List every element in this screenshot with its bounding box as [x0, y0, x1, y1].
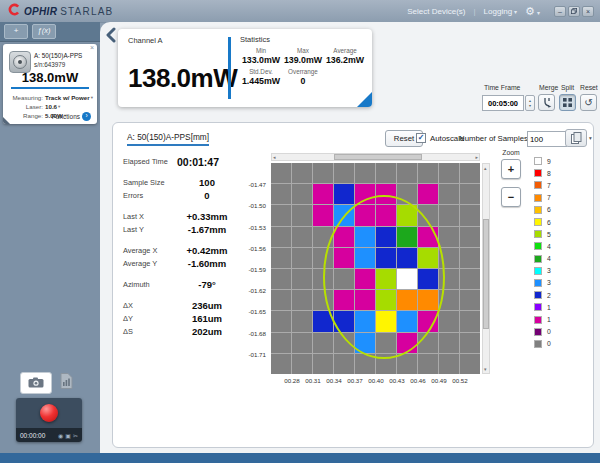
legend-label: 1: [547, 316, 551, 323]
record-scissors-icon[interactable]: ✂: [73, 432, 78, 439]
minimize-button[interactable]: –: [554, 6, 566, 17]
heatmap-cell: [334, 248, 354, 268]
legend-swatch: [534, 218, 542, 226]
stat-min: Min133.0mW: [240, 47, 282, 65]
timeframe-spinner[interactable]: ▴ ▾: [525, 95, 535, 111]
heatmap-cell: [397, 227, 417, 247]
heatmap-cell: [292, 205, 312, 225]
card-divider: [228, 37, 231, 99]
scroll-right-icon[interactable]: ▸: [475, 154, 478, 160]
record-button[interactable]: [40, 404, 58, 422]
report-icon[interactable]: [60, 373, 73, 393]
record-dot-icon[interactable]: ◉: [58, 432, 63, 439]
channel-title: Channel A: [128, 36, 163, 45]
math-function-button[interactable]: ƒ(x): [32, 24, 56, 39]
logging-menu[interactable]: Logging▾: [484, 7, 518, 16]
functions-button[interactable]: Functions ›: [52, 112, 91, 121]
heatmap-cell: [271, 333, 291, 353]
channel-summary-card: Channel A 138.0mW Statistics Min133.0mWM…: [118, 29, 372, 107]
expand-corner-handle[interactable]: [357, 92, 372, 107]
beam-stat-label: Last X: [123, 212, 175, 221]
y-tick-label: -01.47: [248, 181, 266, 188]
field-label: Laser:: [3, 103, 43, 110]
zoom-in-button[interactable]: +: [501, 159, 521, 179]
device-card: × A: 50(150)A-PPS s/n:643979 138.0mW Mea…: [3, 44, 97, 124]
ophir-logo: OPHIR STARLAB: [8, 2, 113, 20]
legend-swatch: [534, 340, 542, 348]
legend-swatch: [534, 206, 542, 214]
heatmap-cell: [355, 205, 375, 225]
chevron-down-icon[interactable]: ▾: [589, 135, 592, 141]
logging-label: Logging: [484, 7, 512, 16]
heatmap-cell: [376, 163, 396, 183]
heatmap-cell: [418, 333, 438, 353]
heatmap-cell: [313, 163, 333, 183]
vscroll-thumb[interactable]: [483, 219, 489, 329]
heatmap-cell: [355, 163, 375, 183]
select-devices-button[interactable]: Select Device(s): [407, 7, 465, 16]
field-value: Track w/ Power: [45, 94, 90, 101]
device-field-measuring[interactable]: Measuring:Track w/ Power▾: [3, 93, 97, 102]
y-tick-label: -01.56: [248, 244, 266, 251]
collapse-sidebar-button[interactable]: [105, 27, 117, 47]
heatmap-cell: [460, 311, 480, 331]
legend-row: 6: [534, 216, 551, 228]
beam-stat-value: 100: [175, 177, 239, 188]
device-field-laser[interactable]: Laser:10.6▾: [3, 102, 97, 111]
beam-stat-value: +0.33mm: [175, 211, 239, 222]
stat-overrange: Overrange0: [282, 68, 324, 86]
chart-tab[interactable]: A: 50(150)A-PPS[mm]: [127, 132, 209, 146]
heatmap-cell: [313, 269, 333, 289]
stat-label: Max: [282, 47, 324, 54]
heatmap-cell: [460, 205, 480, 225]
close-button[interactable]: ×: [582, 6, 594, 17]
record-statusbar: 00:00:00 ◉ ▣ ✂: [16, 428, 82, 442]
stat-value: 136.2mW: [324, 55, 366, 65]
merge-button[interactable]: [538, 94, 555, 111]
stat-value: 139.0mW: [282, 55, 324, 65]
x-tick-label: 00.34: [326, 377, 341, 384]
horizontal-scrollbar[interactable]: ◂ ▸: [271, 153, 480, 161]
chevron-down-icon: ▾: [58, 104, 60, 109]
heatmap-cell: [313, 290, 333, 310]
stat-max: Max139.0mW: [282, 47, 324, 65]
timeframe-input[interactable]: [482, 95, 524, 111]
legend-label: 6: [547, 219, 551, 226]
legend-swatch: [534, 230, 542, 238]
settings-menu[interactable]: ⚙▾: [525, 6, 540, 17]
samples-input[interactable]: [527, 131, 567, 147]
restore-button[interactable]: [568, 6, 580, 17]
zoom-out-button[interactable]: −: [501, 187, 521, 207]
legend-label: 4: [547, 255, 551, 262]
legend-row: 8: [534, 167, 551, 179]
heatmap-cell: [439, 227, 459, 247]
copy-icon: [571, 132, 582, 144]
hscroll-thumb[interactable]: [334, 154, 422, 160]
spinner-down-icon[interactable]: ▾: [529, 103, 531, 108]
heatmap-cell: [460, 290, 480, 310]
heatmap-cell: [418, 311, 438, 331]
screenshot-button[interactable]: [20, 372, 52, 394]
scroll-up-icon[interactable]: ▴: [484, 165, 487, 171]
resize-grip[interactable]: [3, 117, 10, 124]
record-window-icon[interactable]: ▣: [65, 432, 71, 439]
add-channel-button[interactable]: +: [4, 24, 28, 39]
heatmap-cell: [271, 290, 291, 310]
field-label: Measuring:: [3, 94, 43, 101]
y-tick-label: -01.62: [248, 287, 266, 294]
stat-label: Min: [240, 47, 282, 54]
copy-chart-button[interactable]: [565, 129, 587, 147]
scroll-left-icon[interactable]: ◂: [273, 154, 276, 160]
scroll-down-icon[interactable]: ▾: [484, 366, 487, 372]
heatmap-cell: [355, 311, 375, 331]
autoscale-checkbox[interactable]: ✓: [416, 133, 426, 143]
close-icon[interactable]: ×: [90, 44, 94, 51]
vertical-scrollbar[interactable]: ▴ ▾: [482, 163, 490, 374]
heatmap-cell: [439, 311, 459, 331]
heatmap-cell: [397, 311, 417, 331]
reset-button[interactable]: ↺: [580, 94, 597, 111]
legend-label: 5: [547, 231, 551, 238]
heatmap-cell: [313, 333, 333, 353]
chevron-down-icon: ▾: [537, 10, 540, 16]
split-button[interactable]: [559, 94, 576, 111]
